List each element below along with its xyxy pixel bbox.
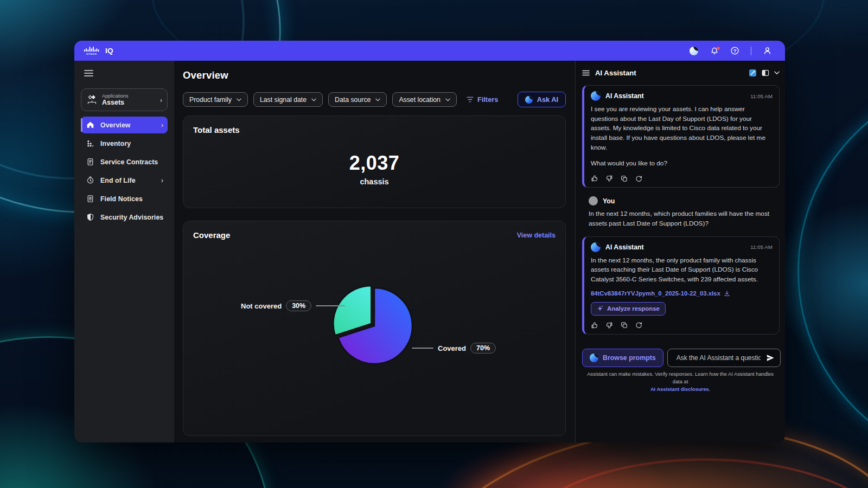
total-assets-title: Total assets: [193, 125, 556, 134]
sidebar: Applications Assets › Overview ›: [74, 61, 174, 442]
covered-label: Covered: [438, 344, 466, 352]
view-details-link[interactable]: View details: [517, 232, 556, 239]
assets-icon: [87, 95, 97, 105]
total-assets-unit: chassis: [183, 177, 565, 186]
covered-percent: 70%: [470, 343, 496, 354]
filter-bar: Product family Last signal date Data sou…: [183, 92, 566, 107]
sidebar-item-service-contracts[interactable]: Service Contracts: [81, 153, 168, 170]
copy-icon[interactable]: [620, 322, 628, 329]
message-actions: [591, 322, 773, 329]
chevron-right-icon: ›: [161, 177, 163, 184]
user-avatar: [589, 196, 598, 206]
ai-logo-icon: [525, 96, 533, 104]
chevron-down-icon: [311, 98, 316, 101]
clock-icon: [86, 176, 94, 185]
shield-icon: [86, 213, 94, 222]
sidebar-item-label: Field Notices: [100, 195, 143, 203]
sidebar-item-security-advisories[interactable]: Security Advisories: [81, 209, 168, 226]
message-text: I see you are reviewing your assets. I c…: [591, 105, 773, 152]
total-assets-card: Total assets 2,037 chassis: [183, 115, 566, 208]
message-time: 11:05 AM: [750, 93, 773, 99]
send-icon[interactable]: [766, 354, 775, 362]
thumbs-up-icon[interactable]: [591, 175, 598, 182]
message-author: You: [603, 197, 615, 205]
thumbs-down-icon[interactable]: [605, 322, 613, 329]
sidebar-item-label: End of Life: [100, 177, 136, 184]
ai-disclaimer: Assistant can make mistakes. Verify resp…: [582, 371, 778, 394]
attachment-filename: 84tCv83847rYVJpymh_0_2025-10-22_03.xlsx: [591, 290, 720, 297]
sidebar-item-inventory[interactable]: Inventory: [81, 135, 168, 152]
page-title: Overview: [183, 69, 566, 81]
message-actions: [591, 175, 773, 182]
chevron-down-icon[interactable]: [774, 71, 780, 75]
new-chat-icon[interactable]: [749, 69, 757, 77]
inventory-icon: [86, 139, 94, 148]
sparkle-icon: [597, 305, 603, 312]
filter-asset-location[interactable]: Asset location: [392, 92, 457, 107]
notification-dot: [717, 47, 720, 50]
callout-line: [316, 305, 345, 306]
notice-document-icon: [86, 195, 94, 203]
filter-data-source[interactable]: Data source: [328, 92, 387, 107]
filter-label: Product family: [189, 96, 232, 104]
message-author: AI Assistant: [605, 92, 644, 100]
main-content: Overview Product family Last signal date…: [174, 61, 575, 442]
app-switcher-assets[interactable]: Applications Assets ›: [81, 88, 168, 111]
browse-prompts-label: Browse prompts: [603, 354, 656, 362]
sidebar-item-label: Inventory: [100, 140, 131, 147]
bell-icon[interactable]: [710, 46, 719, 55]
header-actions: ?: [689, 46, 772, 55]
disclaimer-link[interactable]: AI Assistant disclosures.: [650, 387, 710, 392]
filters-button[interactable]: Filters: [467, 95, 498, 104]
coverage-pie-chart: [333, 284, 415, 368]
sidebar-item-label: Overview: [100, 121, 131, 129]
disclaimer-text: Assistant can make mistakes. Verify resp…: [587, 371, 774, 384]
help-icon[interactable]: ?: [730, 46, 739, 55]
copy-icon[interactable]: [620, 175, 628, 182]
regenerate-icon[interactable]: [635, 175, 642, 182]
app-switcher-eyebrow: Applications: [102, 93, 129, 99]
document-icon: [86, 158, 94, 166]
filter-product-family[interactable]: Product family: [183, 92, 248, 107]
coverage-card: Coverage View details: [183, 221, 566, 436]
sidebar-item-label: Service Contracts: [100, 158, 158, 166]
attachment-link[interactable]: 84tCv83847rYVJpymh_0_2025-10-22_03.xlsx: [591, 290, 773, 297]
user-message: You In the next 12 months, which product…: [582, 193, 780, 230]
not-covered-percent: 30%: [286, 300, 311, 311]
ai-question-input[interactable]: [675, 354, 762, 362]
home-icon: [86, 121, 94, 130]
wallpaper-swirl: [797, 76, 868, 466]
message-text: In the next 12 months, which product fam…: [589, 209, 773, 228]
sidebar-item-end-of-life[interactable]: End of Life ›: [81, 172, 168, 189]
filters-label: Filters: [477, 95, 498, 104]
ai-message: AI Assistant 11:05 AM In the next 12 mon…: [582, 236, 780, 335]
chevron-right-icon: ›: [161, 121, 163, 129]
callout-line: [412, 348, 433, 349]
regenerate-icon[interactable]: [635, 322, 642, 329]
app-window: cisco IQ ?: [74, 41, 785, 442]
message-author: AI Assistant: [605, 243, 644, 251]
thumbs-up-icon[interactable]: [591, 322, 598, 329]
thumbs-down-icon[interactable]: [605, 175, 613, 182]
funnel-icon: [467, 97, 474, 102]
wallpaper-swirl: [515, 459, 868, 488]
ai-assistant-header: AI Assistant: [582, 66, 780, 80]
browse-prompts-button[interactable]: Browse prompts: [582, 349, 663, 367]
ai-avatar: [591, 91, 601, 101]
not-covered-label: Not covered: [241, 302, 282, 310]
ai-message-list: AI Assistant 11:05 AM I see you are revi…: [582, 85, 780, 335]
callout-not-covered: Not covered 30%: [241, 300, 345, 311]
panel-layout-icon[interactable]: [762, 69, 769, 76]
sidebar-item-overview[interactable]: Overview ›: [81, 117, 168, 133]
svg-text:?: ?: [733, 48, 736, 54]
ai-assistant-icon[interactable]: [689, 46, 698, 55]
ask-ai-button[interactable]: Ask AI: [518, 92, 566, 107]
analyze-response-button[interactable]: Analyze response: [591, 302, 666, 316]
ai-logo-icon: [590, 354, 598, 362]
sidebar-item-field-notices[interactable]: Field Notices: [81, 190, 168, 207]
filter-last-signal-date[interactable]: Last signal date: [253, 92, 323, 107]
ai-assistant-title: AI Assistant: [595, 69, 636, 77]
panel-menu-icon[interactable]: [582, 70, 590, 76]
menu-icon[interactable]: [84, 69, 93, 77]
user-icon[interactable]: [763, 46, 772, 55]
